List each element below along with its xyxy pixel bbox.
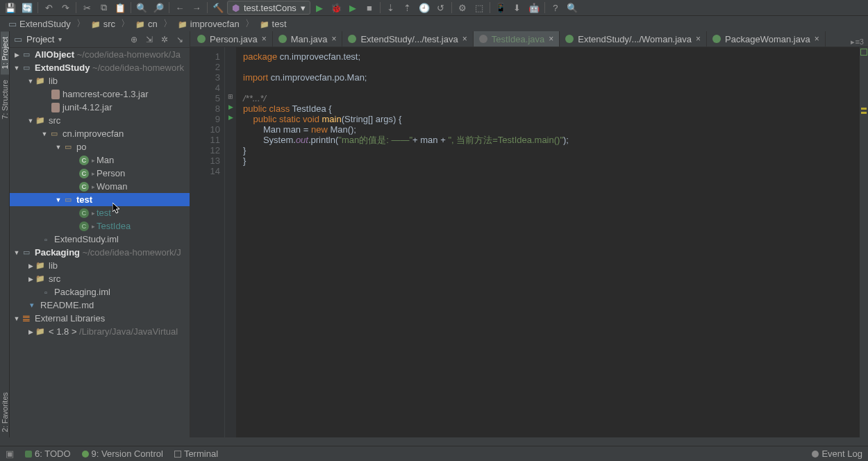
search-everywhere-icon[interactable]: 🔍 [565, 1, 580, 15]
run-config-dropdown[interactable]: ⬢ test.testCons ▾ [227, 1, 310, 15]
copy-icon[interactable]: ⧉ [96, 1, 111, 15]
tree-node-po[interactable]: ▼po [10, 140, 190, 153]
tree-node-extendstudy[interactable]: ▼ExtendStudy ~/code/idea-homework [10, 61, 190, 74]
tree-node-test-pkg[interactable]: ▼test [10, 193, 190, 206]
chevron-down-icon: ▾ [301, 3, 306, 13]
tree-node-testidea[interactable]: ▸TestIdea [10, 219, 190, 233]
crumb-project[interactable]: ExtendStudy [4, 16, 75, 31]
code-area[interactable]: 1 2 3 4 5 8 9 10 11 12 13 14 ⊞ ▶ ▶ packa… [190, 47, 868, 437]
inspection-indicator-icon[interactable] [860, 49, 867, 56]
tree-node-extlib[interactable]: ▼External Libraries [10, 312, 190, 325]
bottom-tab-eventlog[interactable]: Event Log [812, 449, 862, 459]
tab-testidea[interactable]: TestIdea.java× [474, 31, 560, 47]
hide-icon[interactable]: ↘ [174, 35, 185, 44]
tree-node-pk-src[interactable]: ▶src [10, 272, 190, 285]
tree-node-lib[interactable]: ▼lib [10, 74, 190, 87]
tab-favorites[interactable]: 2: Favorites [1, 387, 9, 437]
tree-node-pk-lib[interactable]: ▶lib [10, 259, 190, 272]
android-icon[interactable]: 🤖 [526, 1, 542, 15]
error-stripe[interactable] [860, 47, 868, 437]
close-icon[interactable]: × [549, 34, 553, 44]
close-icon[interactable]: × [262, 34, 267, 44]
tab-woman[interactable]: ExtendStudy/.../Woman.java× [560, 31, 707, 47]
code-text[interactable]: package cn.improvecfan.test; import cn.i… [236, 47, 860, 437]
warning-marker[interactable] [861, 112, 867, 114]
tree-node-jdk[interactable]: ▶< 1.8 > /Library/Java/JavaVirtual [10, 325, 190, 338]
run-marker-icon[interactable]: ▶ [225, 103, 236, 114]
tree-node-readme[interactable]: README.md [10, 299, 190, 312]
project-panel-header: Project ▾ ⊕ ⇲ ✲ ↘ [10, 31, 190, 48]
replace-icon[interactable]: 🔎 [151, 1, 166, 15]
gutter-marks: ⊞ ▶ ▶ [225, 47, 236, 437]
find-icon[interactable]: 🔍 [134, 1, 149, 15]
tree-node-test-class[interactable]: ▸test [10, 206, 190, 219]
tree-node-packaging[interactable]: ▼Packaging ~/code/idea-homework/J [10, 246, 190, 259]
tree-node-allobject[interactable]: ▶AllObject ~/code/idea-homework/Ja [10, 48, 190, 61]
vcs-commit-icon[interactable]: ⇡ [400, 1, 415, 15]
close-icon[interactable]: × [696, 34, 701, 44]
main-toolbar: 💾 🔄 ↶ ↷ ✂ ⧉ 📋 🔍 🔎 ← → 🔨 ⬢ test.testCons … [0, 0, 868, 16]
tree-node-hamcrest[interactable]: hamcrest-core-1.3.jar [10, 87, 190, 101]
save-icon[interactable]: 💾 [3, 1, 18, 15]
crumb-improvecfan[interactable]: improvecfan [174, 16, 244, 31]
tabs-overflow-icon[interactable]: ▸≡3 [846, 37, 868, 47]
scroll-from-source-icon[interactable]: ⊕ [128, 35, 140, 44]
run-icon[interactable]: ▶ [312, 1, 327, 15]
tab-packagewoman[interactable]: PackageWoman.java× [707, 31, 826, 47]
sdk-icon[interactable]: ⬚ [471, 1, 487, 15]
tab-project[interactable]: 1: Project [1, 31, 9, 74]
debug-icon[interactable]: 🐞 [328, 1, 344, 15]
chevron-right-icon: 〉 [119, 17, 131, 30]
collapse-all-icon[interactable]: ⇲ [144, 35, 155, 44]
breadcrumb: ExtendStudy 〉 src 〉 cn 〉 improvecfan 〉 t… [0, 16, 868, 31]
crumb-cn[interactable]: cn [131, 16, 162, 31]
tree-node-man[interactable]: ▸Man [10, 153, 190, 167]
editor-tabs: Person.java× Man.java× ExtendStudy/.../t… [190, 31, 868, 47]
paste-icon[interactable]: 📋 [112, 1, 128, 15]
settings-icon[interactable]: ⚙ [455, 1, 470, 15]
tree-node-woman[interactable]: ▸Woman [10, 180, 190, 193]
crumb-test[interactable]: test [256, 16, 291, 31]
chevron-right-icon: 〉 [75, 17, 87, 30]
gear-icon[interactable]: ✲ [159, 35, 170, 44]
sync-icon[interactable]: 🔄 [19, 1, 35, 15]
bottom-tab-vcs[interactable]: 9: Version Control [82, 449, 163, 459]
tree-node-person[interactable]: ▸Person [10, 167, 190, 180]
bottom-tab-terminal[interactable]: Terminal [174, 449, 218, 459]
stop-icon[interactable]: ■ [362, 1, 377, 15]
tree-node-iml[interactable]: ExtendStudy.iml [10, 233, 190, 246]
warning-marker[interactable] [861, 108, 867, 110]
close-icon[interactable]: × [462, 34, 467, 44]
left-tool-strip: 1: Project 7: Structure 2: Favorites [0, 31, 10, 437]
tab-structure[interactable]: 7: Structure [1, 74, 9, 125]
tree-node-junit[interactable]: junit-4.12.jar [10, 101, 190, 114]
tree-node-pkg[interactable]: ▼cn.improvecfan [10, 127, 190, 140]
tab-person[interactable]: Person.java× [192, 31, 273, 47]
corner-toggle-icon[interactable]: ▣ [6, 449, 14, 459]
bottom-tab-todo[interactable]: 6: TODO [25, 449, 71, 459]
avd-icon[interactable]: 📱 [493, 1, 508, 15]
redo-icon[interactable]: ↷ [58, 1, 73, 15]
close-icon[interactable]: × [815, 34, 819, 44]
vcs-history-icon[interactable]: 🕘 [417, 1, 432, 15]
tab-man[interactable]: Man.java× [273, 31, 343, 47]
crumb-src[interactable]: src [87, 16, 119, 31]
run-marker-icon[interactable]: ▶ [225, 114, 236, 124]
help-icon[interactable]: ? [548, 1, 563, 15]
tab-test[interactable]: ExtendStudy/.../test.java× [342, 31, 473, 47]
sdk2-icon[interactable]: ⬇ [510, 1, 525, 15]
close-icon[interactable]: × [331, 34, 336, 44]
vcs-revert-icon[interactable]: ↺ [433, 1, 449, 15]
vcs-update-icon[interactable]: ⇣ [383, 1, 399, 15]
cut-icon[interactable]: ✂ [79, 1, 94, 15]
forward-icon[interactable]: → [189, 1, 204, 15]
chevron-down-icon[interactable]: ▾ [58, 35, 62, 43]
project-tree: ▶AllObject ~/code/idea-homework/Ja ▼Exte… [10, 48, 190, 437]
back-icon[interactable]: ← [172, 1, 187, 15]
coverage-icon[interactable]: ▶ [345, 1, 360, 15]
editor: Person.java× Man.java× ExtendStudy/.../t… [190, 31, 868, 437]
build-icon[interactable]: 🔨 [210, 1, 226, 15]
undo-icon[interactable]: ↶ [41, 1, 56, 15]
tree-node-pk-iml[interactable]: Packaging.iml [10, 285, 190, 299]
tree-node-src[interactable]: ▼src [10, 114, 190, 127]
